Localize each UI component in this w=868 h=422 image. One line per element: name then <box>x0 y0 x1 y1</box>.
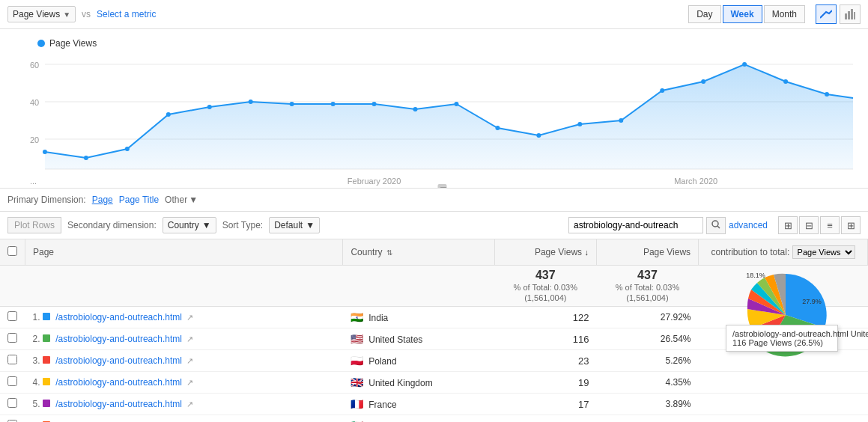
page-link[interactable]: /astrobiology-and-outreach.html <box>55 334 182 344</box>
svg-text:60: 60 <box>30 61 39 70</box>
table-row: 6. /astrobiology-and-outreach.html ↗ 🇮🇹 … <box>0 415 868 423</box>
other-dim-dropdown[interactable]: Other ▼ <box>165 195 198 205</box>
svg-point-18 <box>290 102 294 106</box>
page-cell: 5. /astrobiology-and-outreach.html ↗ <box>25 394 343 415</box>
svg-point-23 <box>495 126 500 130</box>
legend-dot <box>37 40 45 47</box>
pv1-sort-icon[interactable]: ↓ <box>584 248 589 257</box>
pageviews2-column-header[interactable]: Page Views <box>596 239 698 266</box>
sort-type-label: Sort Type: <box>222 220 263 230</box>
dim-page-link[interactable]: Page <box>92 195 113 205</box>
svg-point-25 <box>577 122 582 126</box>
external-link-icon[interactable]: ↗ <box>186 313 193 322</box>
select-all-header[interactable] <box>0 239 25 266</box>
svg-point-17 <box>249 100 253 104</box>
pivot-button[interactable]: ⊟ <box>799 216 819 234</box>
day-button[interactable]: Day <box>688 5 720 23</box>
svg-point-27 <box>660 88 664 93</box>
pie-chart-wrapper: 27.9% 18.1% /astrobiology-and-outreach.h… <box>733 263 846 375</box>
country-sort-icon[interactable]: ⇅ <box>386 248 392 257</box>
bar-chart-button[interactable] <box>840 4 861 24</box>
pageviews1-cell: 122 <box>494 307 596 328</box>
chart-svg-container: 60 40 20 <box>7 53 861 188</box>
chart-legend: Page Views <box>7 37 861 53</box>
primary-dimension-bar: Primary Dimension: Page Page Title Other… <box>0 188 868 211</box>
pageviews1-cell: 116 <box>494 328 596 350</box>
top-bar: Page Views ▼ vs Select a metric Day Week… <box>0 0 868 29</box>
month-button[interactable]: Month <box>764 5 805 23</box>
page-link[interactable]: /astrobiology-and-outreach.html <box>55 355 182 366</box>
pageviews1-cell: 19 <box>494 372 596 394</box>
svg-point-28 <box>701 79 705 84</box>
time-buttons-group: Day Week Month <box>688 5 805 23</box>
select-metric-link[interactable]: Select a metric <box>97 9 156 19</box>
week-button[interactable]: Week <box>723 5 762 23</box>
secondary-dim-value: Country <box>168 220 199 230</box>
secondary-dim-arrow: ▼ <box>202 220 211 230</box>
svg-point-22 <box>454 102 458 106</box>
data-view-button[interactable]: ⊞ <box>778 216 798 234</box>
row-checkbox[interactable] <box>7 311 17 321</box>
country-flag: 🇺🇸 <box>350 333 363 345</box>
chart-legend-label: Page Views <box>49 38 97 49</box>
dim-page-title-link[interactable]: Page Title <box>119 195 159 205</box>
page-color-indicator <box>43 378 50 385</box>
sort-type-dropdown[interactable]: Default ▼ <box>269 217 320 233</box>
row-number: 1. <box>33 312 40 322</box>
country-name: France <box>368 400 396 410</box>
plot-rows-button[interactable]: Plot Rows <box>7 217 61 233</box>
svg-point-24 <box>536 133 541 138</box>
row-checkbox[interactable] <box>7 355 17 364</box>
advanced-link[interactable]: advanced <box>729 220 768 230</box>
total-pv2: 437 % of Total: 0.03% (1,561,004) <box>596 266 698 307</box>
pie-tooltip-value: 116 Page Views (26.5%) <box>732 338 831 347</box>
svg-marker-36 <box>440 187 446 188</box>
metric1-dropdown[interactable]: Page Views ▼ <box>7 6 76 22</box>
contribution-metric-select[interactable]: Page Views <box>792 245 855 259</box>
svg-point-26 <box>619 118 623 123</box>
search-box-container: advanced <box>568 217 768 234</box>
search-button[interactable] <box>706 217 726 234</box>
pageviews1-column-header[interactable]: Page Views ↓ <box>494 239 596 266</box>
page-cell: 6. /astrobiology-and-outreach.html ↗ <box>25 415 343 423</box>
page-link[interactable]: /astrobiology-and-outreach.html <box>55 399 182 409</box>
external-link-icon[interactable]: ↗ <box>186 378 193 387</box>
line-chart-button[interactable] <box>816 4 837 24</box>
page-cell: 3. /astrobiology-and-outreach.html ↗ <box>25 350 343 372</box>
row-checkbox[interactable] <box>7 398 17 408</box>
svg-point-19 <box>331 102 336 106</box>
compare-button[interactable]: ≡ <box>820 216 840 234</box>
pie-tooltip: /astrobiology-and-outreach.html United S… <box>726 325 838 352</box>
page-cell: 4. /astrobiology-and-outreach.html ↗ <box>25 372 343 394</box>
country-name: United Kingdom <box>368 378 432 388</box>
pageviews1-cell: 17 <box>494 394 596 415</box>
page-column-header[interactable]: Page <box>25 239 343 266</box>
svg-point-12 <box>43 150 47 154</box>
row-checkbox[interactable] <box>7 376 17 386</box>
other-dim-arrow: ▼ <box>189 195 198 205</box>
select-all-checkbox[interactable] <box>7 246 17 256</box>
page-link[interactable]: /astrobiology-and-outreach.html <box>55 312 182 322</box>
external-link-icon[interactable]: ↗ <box>186 400 193 409</box>
external-link-icon[interactable]: ↗ <box>186 334 193 343</box>
more-view-button[interactable]: ⊞ <box>841 216 861 234</box>
secondary-dim-dropdown[interactable]: Country ▼ <box>163 217 216 233</box>
svg-line-38 <box>717 226 720 228</box>
external-link-icon[interactable]: ↗ <box>186 356 193 365</box>
controls-bar: Plot Rows Secondary dimension: Country ▼… <box>0 211 868 239</box>
svg-point-16 <box>207 105 212 109</box>
svg-point-20 <box>372 102 377 106</box>
pageviews2-cell: 3.89% <box>596 394 698 415</box>
row-checkbox[interactable] <box>7 333 17 343</box>
search-input[interactable] <box>568 217 703 233</box>
page-link[interactable]: /astrobiology-and-outreach.html <box>55 377 182 388</box>
svg-point-37 <box>712 221 718 227</box>
country-flag: 🇵🇱 <box>350 355 363 367</box>
country-name: Poland <box>368 356 396 367</box>
row-number: 5. <box>33 399 40 409</box>
row-number: 3. <box>33 355 40 366</box>
svg-point-21 <box>413 107 418 111</box>
country-column-header[interactable]: Country ⇅ <box>343 239 494 266</box>
pageviews2-cell: 3.66% <box>596 415 698 423</box>
chart-area: Page Views 60 40 20 <box>0 29 868 188</box>
